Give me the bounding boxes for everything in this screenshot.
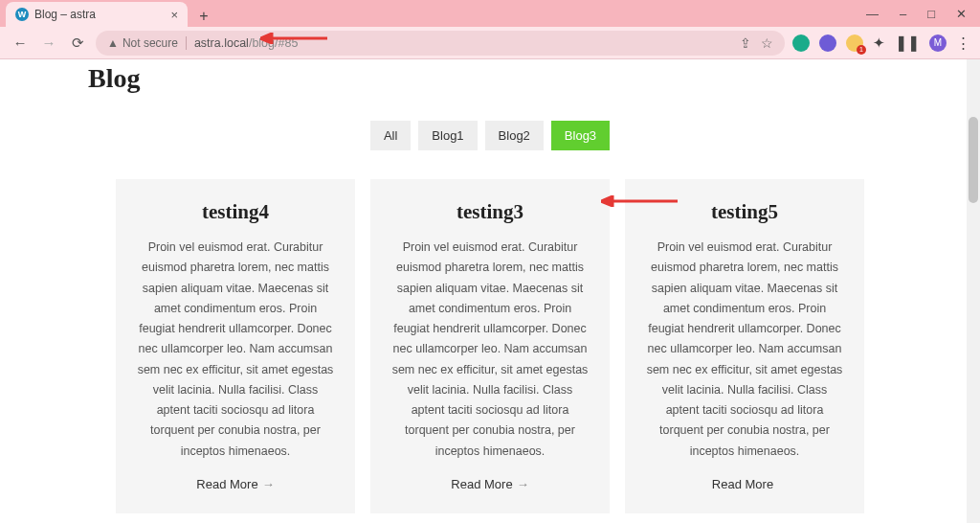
read-more-label: Read More [196,477,257,491]
browser-toolbar: ← → ⟳ ▲ Not secure astra.local/blog/#85 … [0,27,980,59]
window-titlebar: W Blog – astra × + — – □ ✕ [0,0,980,27]
url-path: /blog/#85 [249,36,298,50]
security-indicator[interactable]: ▲ Not secure [107,36,178,50]
tab-strip: W Blog – astra × + [0,0,214,27]
url-text: astra.local/blog/#85 [194,36,298,50]
separator [186,36,187,50]
menu-kebab-icon[interactable]: ⋮ [956,34,970,52]
address-bar[interactable]: ▲ Not secure astra.local/blog/#85 ⇪ ☆ [96,31,785,56]
window-controls: — – □ ✕ [866,7,980,21]
read-more-link[interactable]: Read More → [196,477,274,491]
post-excerpt: Proin vel euismod erat. Curabitur euismo… [644,238,845,462]
filter-all[interactable]: All [370,121,411,150]
extension-icons: ✦ ❚❚ M ⋮ [792,34,970,52]
scrollbar-track[interactable] [967,59,980,523]
read-more-label: Read More [712,477,773,491]
wordpress-favicon-icon: W [15,8,29,21]
extension-yellow-badge-icon[interactable] [846,34,863,52]
extension-green-icon[interactable] [792,34,810,52]
post-card: testing5 Proin vel euismod erat. Curabit… [625,179,864,513]
dash-icon[interactable]: – [900,7,906,21]
read-more-link[interactable]: Read More → [451,477,528,491]
filter-tabs: All Blog1 Blog2 Blog3 [0,121,980,150]
post-excerpt: Proin vel euismod erat. Curabitur euismo… [390,238,590,462]
post-grid: testing4 Proin vel euismod erat. Curabit… [0,179,980,513]
url-host: astra.local [194,36,249,50]
new-tab-button[interactable]: + [193,6,214,27]
back-button[interactable]: ← [10,33,31,54]
close-window-icon[interactable]: ✕ [956,7,967,21]
post-title[interactable]: testing3 [390,200,590,224]
arrow-right-icon: → [517,477,529,491]
post-card: testing3 Proin vel euismod erat. Curabit… [370,179,610,513]
maximize-icon[interactable]: □ [927,7,935,21]
post-title[interactable]: testing5 [644,200,845,224]
filter-blog3[interactable]: Blog3 [551,121,610,150]
pause-icon[interactable]: ❚❚ [895,34,920,52]
browser-tab[interactable]: W Blog – astra × [6,2,188,27]
forward-button[interactable]: → [38,33,59,54]
post-title[interactable]: testing4 [135,200,336,224]
post-excerpt: Proin vel euismod erat. Curabitur euismo… [135,238,336,462]
page-title: Blog [88,63,980,94]
page-content: Blog All Blog1 Blog2 Blog3 testing4 Proi… [0,59,980,523]
bookmark-icon[interactable]: ☆ [761,35,773,51]
post-card: testing4 Proin vel euismod erat. Curabit… [116,179,355,513]
filter-blog2[interactable]: Blog2 [485,121,544,150]
read-more-link[interactable]: Read More [712,477,777,491]
security-label: Not secure [122,36,178,50]
warning-icon: ▲ [107,36,119,50]
reload-button[interactable]: ⟳ [67,33,88,54]
read-more-label: Read More [451,477,512,491]
scrollbar-thumb[interactable] [969,117,978,203]
extension-purple-icon[interactable] [819,34,836,52]
minimize-icon[interactable]: — [866,7,879,21]
profile-avatar-icon[interactable]: M [929,34,947,52]
close-tab-icon[interactable]: × [170,8,178,22]
extensions-menu-icon[interactable]: ✦ [873,34,885,52]
tab-title: Blog – astra [34,8,96,21]
arrow-right-icon: → [262,477,275,491]
share-icon[interactable]: ⇪ [740,35,751,51]
filter-blog1[interactable]: Blog1 [418,121,477,150]
page-viewport: Blog All Blog1 Blog2 Blog3 testing4 Proi… [0,59,980,523]
